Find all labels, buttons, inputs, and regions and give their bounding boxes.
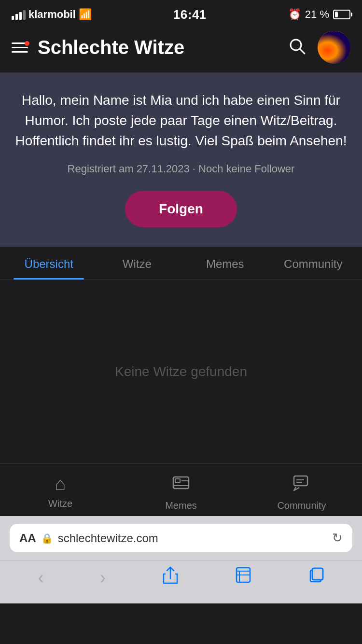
- tab-witze[interactable]: Witze: [93, 247, 181, 280]
- signal-bar-2: [15, 14, 18, 20]
- content-area: Keine Witze gefunden: [0, 280, 362, 463]
- refresh-icon[interactable]: ↻: [332, 531, 343, 546]
- carrier-name: klarmobil: [28, 8, 76, 21]
- home-icon: ⌂: [55, 474, 66, 494]
- memes-icon: [172, 474, 190, 496]
- back-button[interactable]: ‹: [38, 568, 43, 588]
- tab-memes[interactable]: Memes: [181, 247, 269, 280]
- bottom-nav-community[interactable]: Community: [241, 474, 362, 511]
- share-button[interactable]: [162, 566, 179, 589]
- bottom-nav-memes[interactable]: Memes: [121, 474, 241, 511]
- nav-header: Schlechte Witze: [0, 26, 362, 73]
- bottom-nav-witze-label: Witze: [48, 498, 72, 509]
- bookmarks-button[interactable]: [235, 566, 251, 589]
- page-wrapper: klarmobil 📶 16:41 ⏰ 21 % Schlechte Witze: [0, 0, 362, 603]
- status-right: ⏰ 21 %: [288, 8, 350, 21]
- notification-dot: [25, 41, 29, 46]
- tabs-section: Übersicht Witze Memes Community: [0, 247, 362, 280]
- battery-fill: [335, 12, 338, 17]
- signal-bar-1: [12, 16, 14, 20]
- bottom-nav-witze[interactable]: ⌂ Witze: [0, 474, 121, 511]
- tab-community[interactable]: Community: [269, 247, 358, 280]
- battery-icon: [333, 10, 350, 19]
- profile-section: Hallo, mein Name ist Mia und ich habe ei…: [0, 73, 362, 247]
- follow-button[interactable]: Folgen: [125, 191, 237, 227]
- bottom-nav-community-label: Community: [277, 500, 326, 511]
- empty-message: Keine Witze gefunden: [115, 364, 247, 379]
- hamburger-line-3: [12, 51, 28, 53]
- community-icon: [292, 474, 311, 496]
- svg-rect-11: [312, 568, 323, 580]
- profile-meta: Registriert am 27.11.2023 · Noch keine F…: [14, 163, 348, 175]
- svg-line-1: [300, 49, 305, 54]
- hamburger-line-2: [12, 47, 28, 48]
- search-icon: [289, 38, 306, 55]
- bottom-nav-memes-label: Memes: [165, 500, 197, 511]
- browser-url: schlechtewitze.com: [58, 532, 327, 545]
- hamburger-menu[interactable]: [12, 42, 28, 53]
- nav-right: [289, 31, 350, 64]
- tab-ubersicht[interactable]: Übersicht: [5, 247, 93, 280]
- avatar-image: [318, 31, 350, 64]
- signal-bar-4: [23, 10, 26, 20]
- signal-bars: [12, 9, 26, 20]
- safari-bottom-bar: ‹ ›: [0, 560, 362, 603]
- svg-rect-6: [294, 476, 307, 486]
- bottom-nav: ⌂ Witze Memes: [0, 463, 362, 516]
- nav-left: Schlechte Witze: [12, 37, 184, 58]
- user-avatar[interactable]: [318, 31, 350, 64]
- profile-bio: Hallo, mein Name ist Mia und ich habe ei…: [14, 90, 348, 151]
- app-title: Schlechte Witze: [38, 37, 184, 58]
- status-time: 16:41: [173, 7, 207, 22]
- lock-icon: 🔒: [41, 532, 53, 544]
- status-bar: klarmobil 📶 16:41 ⏰ 21 %: [0, 0, 362, 26]
- browser-aa[interactable]: AA: [19, 532, 36, 545]
- tabs-button[interactable]: [308, 566, 324, 589]
- tabs-row: Übersicht Witze Memes Community: [0, 247, 362, 280]
- wifi-icon: 📶: [79, 8, 92, 21]
- alarm-icon: ⏰: [288, 8, 301, 21]
- signal-bar-3: [19, 12, 22, 20]
- battery-percent: 21 %: [305, 8, 329, 21]
- status-left: klarmobil 📶: [12, 8, 92, 21]
- forward-button[interactable]: ›: [100, 568, 106, 588]
- svg-rect-3: [175, 479, 180, 483]
- browser-url-bar[interactable]: AA 🔒 schlechtewitze.com ↻: [10, 524, 352, 552]
- browser-bar: AA 🔒 schlechtewitze.com ↻: [0, 516, 362, 560]
- search-button[interactable]: [289, 38, 306, 57]
